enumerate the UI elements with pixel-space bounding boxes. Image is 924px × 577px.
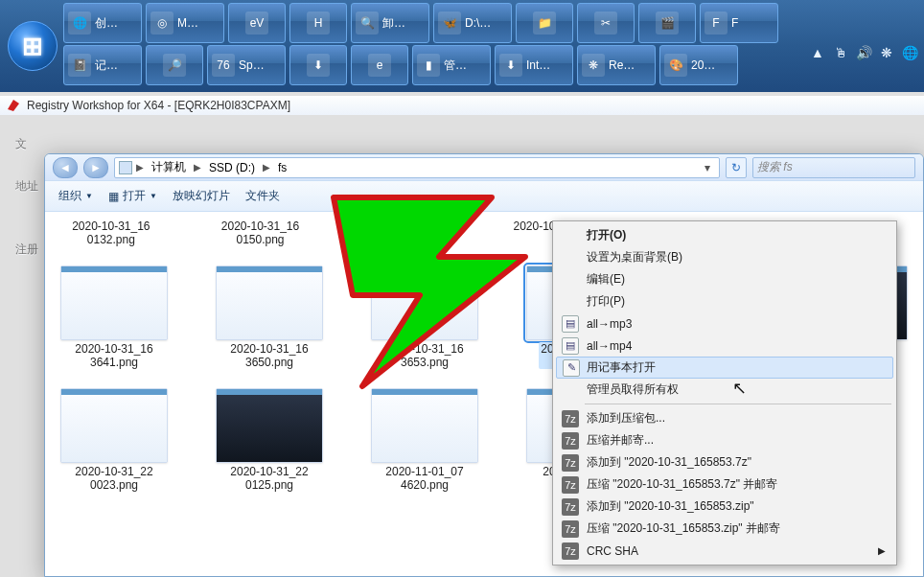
computer-icon	[119, 161, 132, 174]
taskbar-label: Sp…	[239, 58, 265, 72]
ctx-all-mp4[interactable]: ▤all→mp4	[556, 335, 893, 357]
taskbar-button[interactable]: 🔎	[146, 45, 203, 85]
crumb-drive[interactable]: SSD (D:)	[205, 161, 259, 174]
taskbar-button[interactable]: 76Sp…	[207, 45, 286, 85]
ctx-edit[interactable]: 编辑(E)	[556, 268, 893, 290]
7z-icon: 7z	[562, 520, 579, 538]
taskbar-label: 20…	[691, 58, 715, 72]
cmd-open[interactable]: ▦打开▼	[108, 188, 157, 204]
forward-button[interactable]: ►	[83, 157, 108, 178]
app-icon: H	[307, 12, 330, 35]
taskbar-row-2: 📓记…🔎76Sp…⬇e▮管…⬇Int…❋Re…🎨20…	[63, 44, 799, 86]
app-icon: 🎨	[664, 54, 687, 77]
doc-icon: ▤	[562, 315, 579, 333]
context-menu: 打开(O) 设置为桌面背景(B) 编辑(E) 打印(P) ▤all→mp3 ▤a…	[552, 220, 897, 565]
taskbar-label: Re…	[609, 58, 635, 72]
thumbnail	[216, 388, 323, 463]
chevron-down-icon: ▼	[85, 192, 93, 200]
taskbar-button[interactable]: 📓记…	[63, 45, 142, 85]
taskbar-button[interactable]: eV	[228, 3, 286, 43]
app-icon: e	[368, 54, 391, 77]
file-item[interactable]: 2020-11-01_074620.png	[363, 388, 486, 492]
file-name: 2020-10-31_220125.png	[230, 465, 308, 492]
app-icon: ❋	[582, 54, 605, 77]
ctx-open-notepad[interactable]: ✎用记事本打开	[556, 357, 893, 379]
refresh-button[interactable]: ↻	[726, 157, 747, 178]
taskbar-button[interactable]: 🌐创…	[63, 3, 142, 43]
taskbar-label: 记…	[95, 58, 118, 74]
tray-icon[interactable]: 🌐	[901, 44, 918, 61]
ctx-all-mp3[interactable]: ▤all→mp3	[556, 312, 893, 335]
chevron-right-icon: ▶	[194, 162, 201, 173]
ctx-open[interactable]: 打开(O)	[556, 224, 893, 246]
file-item[interactable]: 2020-10-31_220125.png	[208, 388, 331, 492]
file-name: 2020-10-31_160132.png	[72, 219, 150, 246]
taskbar-button[interactable]: H	[289, 3, 347, 43]
ctx-take-ownership[interactable]: 管理员取得所有权	[556, 379, 893, 401]
app-icon: F	[705, 12, 728, 35]
cmd-slideshow[interactable]: 放映幻灯片	[173, 188, 230, 204]
app-icon: 🦋	[438, 12, 461, 35]
address-bar[interactable]: ▶ 计算机 ▶ SSD (D:) ▶ fs ▾	[114, 157, 720, 178]
taskbar-button[interactable]: ◎M…	[146, 3, 224, 43]
taskbar-button[interactable]: ⬇	[289, 45, 347, 85]
taskbar-button[interactable]: ❋Re…	[577, 45, 656, 85]
crumb-computer[interactable]: 计算机	[148, 159, 190, 175]
ctx-crc-sha[interactable]: 7zCRC SHA▶	[556, 540, 893, 562]
file-name: 2020-10-31_163641.png	[75, 342, 152, 369]
taskbar-button[interactable]: 📁	[516, 3, 573, 43]
taskbar-button[interactable]: ▮管…	[412, 45, 491, 85]
file-item[interactable]: 2020-10-31_163641.png	[53, 265, 175, 369]
taskbar-button[interactable]: 🎬	[638, 3, 696, 43]
file-item[interactable]: 2020-10-31_163650.png	[208, 265, 331, 369]
ctx-add-7z[interactable]: 7z添加到 "2020-10-31_165853.7z"	[556, 451, 893, 473]
cmd-newfolder[interactable]: 文件夹	[245, 188, 280, 204]
taskbar-button[interactable]: ✂	[577, 3, 635, 43]
7z-icon: 7z	[562, 410, 579, 427]
crumb-folder[interactable]: fs	[274, 161, 290, 174]
tray-icon[interactable]: 🔊	[855, 44, 872, 61]
cmd-organize[interactable]: 组织▼	[58, 188, 93, 204]
file-item[interactable]: 2020-10-31_160150.png	[202, 219, 319, 246]
ctx-set-wallpaper[interactable]: 设置为桌面背景(B)	[556, 246, 893, 268]
app-icon	[6, 98, 21, 113]
file-name: 2020-10-31_160150.png	[221, 219, 299, 246]
ctx-mail-7z[interactable]: 7z压缩 "2020-10-31_165853.7z" 并邮寄	[556, 473, 893, 496]
chevron-right-icon: ▶	[263, 162, 270, 173]
tray-icon[interactable]: ❋	[878, 44, 895, 61]
taskbar-button[interactable]: 🔍卸…	[351, 3, 429, 43]
taskbar-button[interactable]: 🦋D:\…	[433, 3, 512, 43]
app-icon: 📁	[533, 12, 556, 35]
ctx-print[interactable]: 打印(P)	[556, 290, 893, 312]
app-title-bar: Registry Workshop for X64 - [EQRK2H0I83C…	[0, 96, 924, 115]
taskbar-button[interactable]: FF	[700, 3, 778, 43]
file-item[interactable]: 2020-10-31_220023.png	[53, 388, 175, 492]
start-button[interactable]: ⊞	[8, 21, 58, 71]
ctx-mail-zip[interactable]: 7z压缩 "2020-10-31_165853.zip" 并邮寄	[556, 518, 893, 540]
tray-icon[interactable]: ▲	[809, 44, 826, 61]
taskbar-button[interactable]: ⬇Int…	[495, 45, 573, 85]
app-icon: 🔎	[163, 54, 186, 77]
windows-logo-icon: ⊞	[22, 32, 43, 61]
7z-icon: 7z	[562, 542, 579, 560]
search-box[interactable]: 搜索 fs	[752, 157, 915, 178]
taskbar-label: 管…	[444, 58, 467, 74]
ctx-compress-mail[interactable]: 7z压缩并邮寄...	[556, 429, 893, 451]
app-icon: ▮	[417, 54, 440, 77]
taskbar-label: F	[731, 16, 738, 30]
file-item[interactable]: 2020-10-31_160132.png	[53, 219, 170, 246]
ctx-add-archive[interactable]: 7z添加到压缩包...	[556, 407, 893, 429]
app-icon: ⬇	[499, 54, 522, 77]
ctx-add-zip[interactable]: 7z添加到 "2020-10-31_165853.zip"	[556, 496, 893, 518]
chevron-right-icon: ▶	[136, 162, 144, 173]
file-name: 2020-10-31_163650.png	[230, 342, 308, 369]
address-dropdown[interactable]: ▾	[700, 161, 715, 174]
back-button[interactable]: ◄	[53, 157, 78, 178]
thumbnail	[60, 265, 168, 340]
app-icon: ◎	[150, 12, 173, 35]
taskbar-button[interactable]: e	[351, 45, 408, 85]
app-title-text: Registry Workshop for X64 - [EQRK2H0I83C…	[27, 99, 290, 112]
taskbar-row-1: 🌐创…◎M…eVH🔍卸…🦋D:\…📁✂🎬FF	[63, 2, 799, 44]
tray-icon[interactable]: 🖱	[832, 44, 849, 61]
taskbar-button[interactable]: 🎨20…	[659, 45, 738, 85]
